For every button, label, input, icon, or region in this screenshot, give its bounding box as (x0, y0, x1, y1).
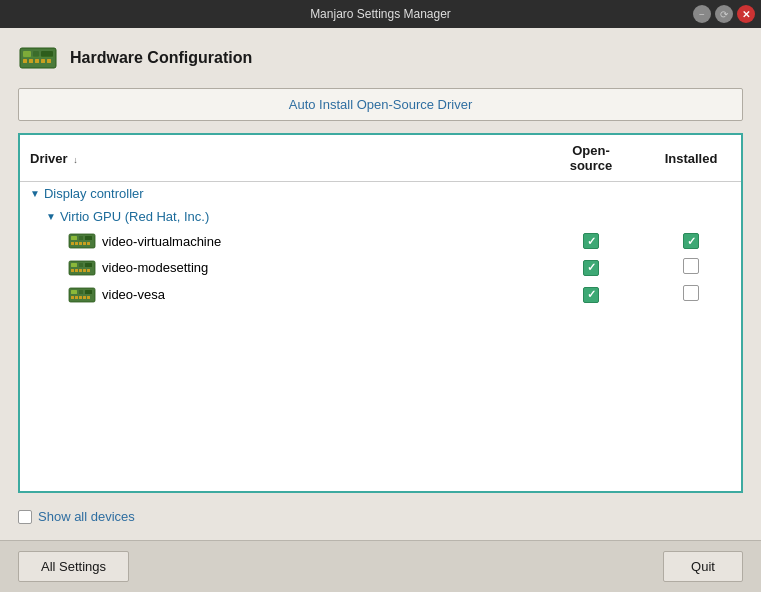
svg-rect-1 (23, 51, 31, 57)
driver-table: Driver ↓ Open-source Installed ▼ Display… (20, 135, 741, 308)
driver-name-cell: video-modesetting (20, 254, 541, 281)
page-title: Hardware Configuration (70, 49, 252, 67)
all-settings-button[interactable]: All Settings (18, 551, 129, 582)
opensource-cell: ✓ (541, 281, 641, 308)
svg-rect-32 (71, 296, 74, 299)
close-button[interactable]: ✕ (737, 5, 755, 23)
col-header-opensource: Open-source (541, 135, 641, 182)
installed-checkbox[interactable]: ✓ (683, 233, 699, 249)
svg-rect-3 (41, 51, 53, 57)
svg-rect-16 (79, 242, 82, 245)
table-row: video-vesa ✓ (20, 281, 741, 308)
installed-checkbox[interactable] (683, 258, 699, 274)
collapse-icon[interactable]: ▼ (30, 188, 40, 199)
opensource-checkbox[interactable]: ✓ (583, 260, 599, 276)
driver-name-text: video-vesa (102, 287, 165, 302)
driver-pcb-icon (68, 232, 96, 250)
titlebar: Manjaro Settings Manager − ⟳ ✕ (0, 0, 761, 28)
footer: All Settings Quit (0, 540, 761, 592)
svg-rect-4 (23, 59, 27, 63)
minimize-button[interactable]: − (693, 5, 711, 23)
svg-rect-7 (41, 59, 45, 63)
svg-rect-14 (71, 242, 74, 245)
opensource-checkbox[interactable]: ✓ (583, 287, 599, 303)
sort-indicator: ↓ (73, 155, 78, 165)
window-controls: − ⟳ ✕ (693, 5, 755, 23)
svg-rect-30 (79, 290, 83, 294)
svg-rect-2 (33, 51, 39, 57)
svg-rect-17 (83, 242, 86, 245)
installed-checkbox[interactable] (683, 285, 699, 301)
svg-rect-11 (71, 236, 77, 240)
driver-pcb-icon (68, 259, 96, 277)
driver-name-text: video-virtualmachine (102, 234, 221, 249)
svg-rect-6 (35, 59, 39, 63)
auto-install-button[interactable]: Auto Install Open-Source Driver (18, 88, 743, 121)
svg-rect-22 (85, 263, 92, 267)
opensource-checkbox[interactable]: ✓ (583, 233, 599, 249)
show-all-devices-text: Show all devices (38, 509, 135, 524)
table-row: ▼ Virtio GPU (Red Hat, Inc.) (20, 205, 741, 228)
svg-rect-24 (75, 269, 78, 272)
category-name: Display controller (44, 186, 144, 201)
svg-rect-21 (79, 263, 83, 267)
svg-rect-5 (29, 59, 33, 63)
svg-rect-20 (71, 263, 77, 267)
svg-rect-34 (79, 296, 82, 299)
installed-cell (641, 281, 741, 308)
opensource-cell: ✓ (541, 228, 641, 254)
show-all-devices-label[interactable]: Show all devices (18, 509, 135, 524)
driver-name-text: video-modesetting (102, 260, 208, 275)
main-content: Hardware Configuration Auto Install Open… (0, 28, 761, 540)
opensource-cell: ✓ (541, 254, 641, 281)
table-row: ▼ Display controller (20, 182, 741, 206)
page-header: Hardware Configuration (18, 44, 743, 76)
svg-rect-35 (83, 296, 86, 299)
table-row: video-modesetting ✓ (20, 254, 741, 281)
installed-cell (641, 254, 741, 281)
installed-cell: ✓ (641, 228, 741, 254)
svg-rect-13 (85, 236, 92, 240)
subcategory-name: Virtio GPU (Red Hat, Inc.) (60, 209, 209, 224)
svg-rect-31 (85, 290, 92, 294)
svg-rect-15 (75, 242, 78, 245)
col-header-driver: Driver ↓ (20, 135, 541, 182)
svg-rect-18 (87, 242, 90, 245)
restore-button[interactable]: ⟳ (715, 5, 733, 23)
svg-rect-8 (47, 59, 51, 63)
window-title: Manjaro Settings Manager (310, 7, 451, 21)
svg-rect-27 (87, 269, 90, 272)
hardware-icon (18, 44, 58, 72)
svg-rect-36 (87, 296, 90, 299)
col-header-installed: Installed (641, 135, 741, 182)
svg-rect-12 (79, 236, 83, 240)
table-row: video-virtualmachine ✓ ✓ (20, 228, 741, 254)
svg-rect-26 (83, 269, 86, 272)
quit-button[interactable]: Quit (663, 551, 743, 582)
svg-rect-29 (71, 290, 77, 294)
collapse-icon[interactable]: ▼ (46, 211, 56, 222)
driver-name-cell: video-virtualmachine (20, 228, 541, 254)
svg-rect-25 (79, 269, 82, 272)
bottom-area: Show all devices (18, 505, 743, 524)
driver-table-container: Driver ↓ Open-source Installed ▼ Display… (18, 133, 743, 493)
driver-name-cell: video-vesa (20, 281, 541, 308)
show-all-devices-checkbox[interactable] (18, 510, 32, 524)
svg-rect-23 (71, 269, 74, 272)
driver-pcb-icon (68, 286, 96, 304)
svg-rect-33 (75, 296, 78, 299)
